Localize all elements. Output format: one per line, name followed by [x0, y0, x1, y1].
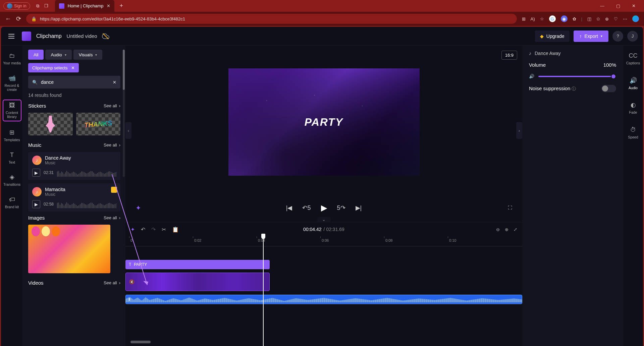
nav-transitions[interactable]: ◈ Transitions — [3, 172, 21, 188]
horizontal-scrollbar[interactable] — [130, 341, 151, 343]
zoom-out-icon[interactable]: ⊖ — [496, 227, 500, 232]
collapse-left-button[interactable]: ‹ — [125, 122, 131, 139]
upgrade-button[interactable]: ◆ Upgrade — [535, 31, 570, 42]
video-clip[interactable]: 🔇 — [125, 273, 270, 291]
split-icon[interactable]: ◫ — [587, 16, 591, 21]
ext-icon-2[interactable]: ♡ — [614, 16, 618, 21]
tab-audio[interactable]: 🔊 Audio — [624, 75, 643, 92]
text-clip[interactable]: T PARTY — [125, 260, 270, 269]
favorites-icon[interactable]: ✩ — [596, 16, 600, 21]
undo-icon[interactable]: ↶ — [141, 226, 145, 233]
info-icon[interactable]: ⓘ — [572, 86, 576, 91]
nav-templates[interactable]: ⊞ Templates — [3, 127, 21, 144]
timeline-ruler[interactable]: 0 0:02 0:04 0:06 0:08 0:10 — [125, 236, 522, 246]
menu-icon[interactable]: ⋯ — [623, 16, 627, 21]
collections-icon[interactable]: ⊕ — [605, 16, 609, 21]
browser-tab[interactable]: Home | Clipchamp ✕ — [55, 0, 115, 12]
close-tab-icon[interactable]: ✕ — [107, 3, 110, 8]
play-preview-button[interactable]: ▶ — [32, 169, 40, 177]
see-all-videos[interactable]: See all › — [104, 280, 120, 285]
back-icon[interactable]: ← — [5, 15, 11, 22]
project-name[interactable]: Untitled video — [67, 33, 97, 39]
speaker-icon[interactable]: 🔊 — [529, 74, 534, 79]
clear-search-icon[interactable]: ✕ — [113, 80, 116, 85]
workspaces-icon[interactable]: ⧉ — [36, 3, 39, 9]
ext-icon-1[interactable]: ◉ — [561, 15, 568, 22]
forward-5s-icon[interactable]: 5↷ — [337, 204, 345, 212]
sticker-dance[interactable] — [28, 113, 73, 135]
image-result[interactable] — [28, 225, 110, 273]
sign-in-button[interactable]: Sign in — [3, 2, 30, 10]
fullscreen-icon[interactable]: ⛶ — [508, 205, 512, 210]
upload-icon: ↑ — [580, 34, 582, 39]
filter-audio[interactable]: Audio▾ — [45, 50, 71, 60]
volume-slider[interactable] — [538, 76, 616, 77]
rewind-5s-icon[interactable]: ↶5 — [302, 204, 311, 212]
google-ext-icon[interactable]: G — [549, 15, 556, 22]
read-aloud-icon[interactable]: A) — [531, 16, 535, 21]
video-preview[interactable]: PARTY — [228, 68, 420, 176]
zoom-in-icon[interactable]: ⊕ — [505, 227, 508, 232]
see-all-stickers[interactable]: See all › — [104, 103, 120, 108]
scrollbar[interactable] — [123, 50, 125, 177]
timeline-collapse-button[interactable]: ⌄ — [317, 217, 331, 222]
copilot-icon[interactable] — [632, 15, 639, 22]
url-field[interactable]: 🔒 https://app.clipchamp.com/editor/3a41c… — [26, 14, 517, 24]
clipchamp-favicon-icon — [59, 3, 64, 9]
play-preview-button[interactable]: ▶ — [32, 200, 40, 208]
tab-speed[interactable]: ⏱ Speed — [624, 125, 643, 141]
remove-tag-icon[interactable]: ✕ — [71, 65, 75, 70]
split-icon[interactable]: ✂ — [162, 226, 166, 233]
skip-back-icon[interactable]: |◀ — [286, 204, 292, 212]
export-button[interactable]: ↑ Export ▾ — [574, 31, 608, 42]
music-item-dance-away[interactable]: ♪ Dance Away Music ▶ 02:31 — [28, 152, 120, 180]
tab-captions[interactable]: CC Captions — [624, 51, 643, 67]
section-stickers-title: Stickers — [28, 103, 46, 109]
app-icon[interactable]: ⊞ — [522, 16, 526, 21]
ai-icon[interactable]: ✦ — [130, 226, 135, 233]
filter-tag[interactable]: Clipchamp selects ✕ — [28, 63, 79, 72]
new-tab-button[interactable]: + — [119, 2, 123, 9]
nav-content-library[interactable]: 🖼 Content library — [3, 100, 21, 121]
nav-brand-kit[interactable]: 🏷 Brand kit — [3, 194, 21, 211]
filter-visuals[interactable]: Visuals▾ — [73, 50, 103, 60]
tabs-icon[interactable]: ❐ — [44, 3, 48, 9]
menu-button[interactable] — [6, 31, 17, 42]
nav-your-media[interactable]: 🗀 Your media — [3, 51, 21, 67]
skip-forward-icon[interactable]: ▶| — [356, 204, 362, 212]
redo-icon[interactable]: ↷ — [151, 226, 156, 233]
minimize-icon[interactable]: — — [600, 3, 604, 8]
play-button[interactable]: ▶ — [321, 203, 327, 213]
extensions-icon[interactable]: ✿ — [573, 16, 576, 21]
slider-thumb[interactable] — [611, 74, 616, 79]
favorite-icon[interactable]: ☆ — [540, 16, 544, 21]
zoom-fit-icon[interactable]: ⤢ — [514, 227, 517, 232]
music-item-mamacita[interactable]: ♪ Mamacita Music ▶ 02:58 — [28, 183, 120, 212]
filter-all[interactable]: All — [28, 50, 44, 60]
help-button[interactable]: ? — [612, 31, 623, 42]
nav-record-create[interactable]: 📹 Record & create — [3, 73, 21, 94]
refresh-icon[interactable]: ⟳ — [16, 15, 21, 22]
see-all-images[interactable]: See all › — [104, 215, 120, 220]
nav-text[interactable]: T Text — [3, 150, 21, 166]
sticker-thanks[interactable]: THANKS — [76, 113, 121, 135]
close-window-icon[interactable]: ✕ — [632, 3, 636, 8]
music-duration: 02:31 — [44, 170, 54, 175]
ai-magic-icon[interactable]: ✦ — [136, 204, 141, 212]
aspect-ratio-button[interactable]: 16:9 — [501, 51, 517, 60]
collapse-right-button[interactable]: › — [516, 122, 522, 139]
noise-toggle[interactable] — [601, 85, 616, 92]
mute-icon[interactable]: 🔇 — [129, 279, 135, 284]
overlay-text: PARTY — [305, 116, 343, 128]
search-input[interactable] — [41, 79, 109, 85]
tab-fade[interactable]: ◐ Fade — [624, 100, 643, 116]
user-avatar[interactable]: J — [627, 31, 638, 42]
clip-icon[interactable]: 📋 — [172, 226, 179, 233]
audio-clip[interactable]: ⏸ — [125, 295, 522, 304]
playhead[interactable] — [263, 236, 264, 346]
maximize-icon[interactable]: ▢ — [616, 3, 620, 8]
tracks-area[interactable]: T PARTY 🔇 ⏸ — [125, 246, 522, 346]
diamond-icon: ◆ — [540, 34, 544, 39]
see-all-music[interactable]: See all › — [104, 142, 120, 148]
sync-off-icon[interactable] — [102, 33, 109, 40]
